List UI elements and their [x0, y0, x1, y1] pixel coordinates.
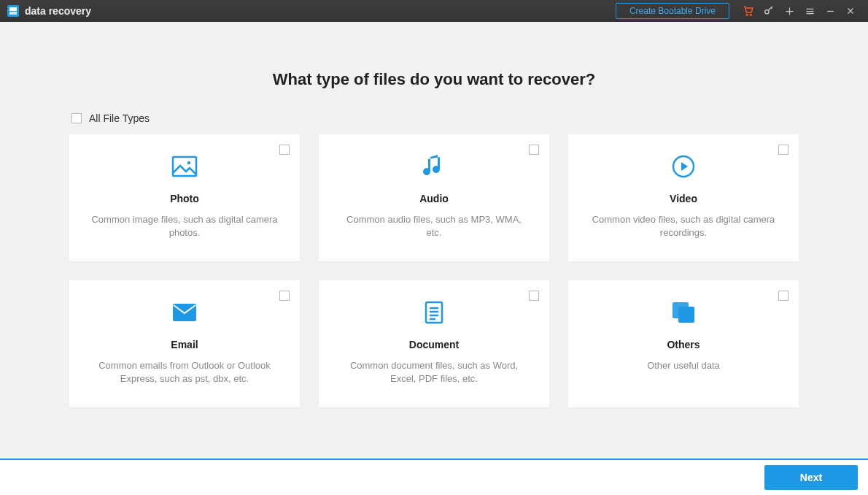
- svg-point-6: [187, 161, 190, 164]
- file-type-card-audio[interactable]: Audio Common audio files, such as MP3, W…: [319, 134, 549, 261]
- file-type-card-email[interactable]: Email Common emails from Outlook or Outl…: [69, 280, 300, 407]
- card-desc: Common audio files, such as MP3, WMA, et…: [333, 213, 535, 239]
- all-file-types-label: All File Types: [89, 112, 150, 124]
- svg-point-3: [750, 14, 751, 15]
- card-desc: Common image files, such as digital came…: [84, 213, 285, 239]
- card-title: Video: [583, 193, 784, 204]
- card-desc: Common document files, such as Word, Exc…: [333, 359, 535, 385]
- card-desc: Other useful data: [583, 359, 784, 372]
- svg-rect-5: [173, 157, 196, 176]
- card-checkbox-document[interactable]: [529, 291, 539, 301]
- app-title: data recovery: [25, 5, 91, 17]
- card-title: Photo: [84, 193, 285, 204]
- create-bootable-drive-button[interactable]: Create Bootable Drive: [616, 3, 729, 19]
- svg-rect-0: [9, 7, 17, 11]
- email-icon: [84, 298, 285, 327]
- card-title: Audio: [333, 193, 535, 204]
- photo-icon: [84, 152, 285, 181]
- file-type-card-photo[interactable]: Photo Common image files, such as digita…: [69, 134, 300, 261]
- file-type-grid: Photo Common image files, such as digita…: [69, 134, 799, 407]
- page-heading: What type of files do you want to recove…: [0, 70, 868, 89]
- svg-point-2: [746, 14, 748, 15]
- main-content: What type of files do you want to recove…: [0, 70, 868, 495]
- file-type-card-video[interactable]: Video Common video files, such as digita…: [568, 134, 799, 261]
- titlebar: data recovery Create Bootable Drive: [0, 0, 868, 22]
- close-icon[interactable]: [840, 0, 861, 22]
- video-icon: [583, 152, 784, 181]
- footer-bar: Next: [0, 458, 868, 495]
- card-checkbox-others[interactable]: [778, 291, 788, 301]
- app-logo-icon: [7, 5, 19, 17]
- card-checkbox-email[interactable]: [279, 291, 290, 301]
- all-file-types-row[interactable]: All File Types: [71, 112, 799, 124]
- key-icon[interactable]: [759, 0, 779, 22]
- all-file-types-checkbox[interactable]: [71, 113, 82, 123]
- file-type-card-document[interactable]: Document Common document files, such as …: [319, 280, 549, 407]
- minimize-icon[interactable]: [820, 0, 840, 22]
- plus-icon[interactable]: [779, 0, 799, 22]
- document-icon: [333, 298, 535, 327]
- cart-icon[interactable]: [738, 0, 759, 22]
- svg-rect-1: [9, 12, 17, 15]
- audio-icon: [333, 152, 535, 181]
- svg-point-4: [765, 10, 769, 14]
- card-desc: Common emails from Outlook or Outlook Ex…: [84, 359, 285, 385]
- file-type-card-others[interactable]: Others Other useful data: [568, 280, 799, 407]
- card-checkbox-audio[interactable]: [529, 145, 539, 155]
- card-title: Email: [84, 339, 285, 350]
- next-button[interactable]: Next: [764, 465, 858, 490]
- others-icon: [583, 298, 784, 327]
- card-title: Others: [583, 339, 784, 350]
- card-checkbox-video[interactable]: [778, 145, 788, 155]
- menu-icon[interactable]: [799, 0, 820, 22]
- svg-rect-11: [678, 307, 694, 323]
- card-desc: Common video files, such as digital came…: [583, 213, 784, 239]
- card-checkbox-photo[interactable]: [279, 145, 290, 155]
- card-title: Document: [333, 339, 535, 350]
